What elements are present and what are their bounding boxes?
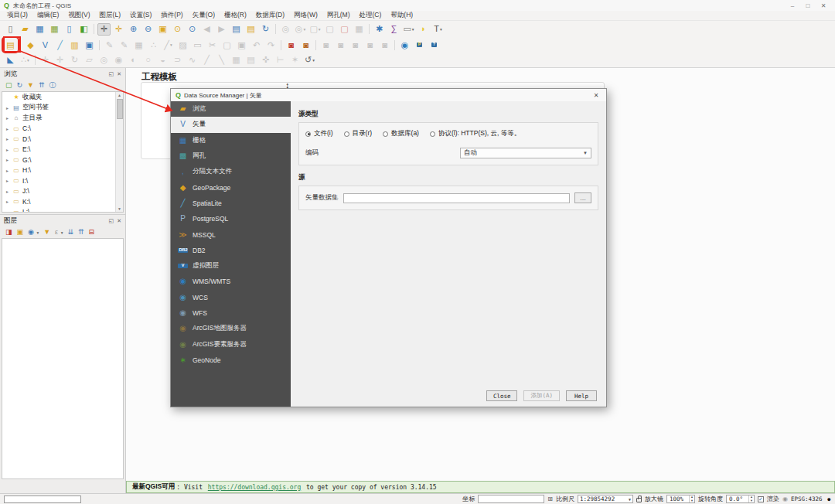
dialog-tab-spatialite[interactable]: ╱ SpatiaLite (171, 196, 291, 211)
filter-browser-button[interactable]: ▼ (27, 81, 34, 89)
radio-protocol[interactable]: 协议(l): HTTP(S), 云, 等等。 (430, 129, 520, 138)
new-project-button[interactable]: ▯ (4, 23, 17, 36)
delete-part-button[interactable]: ◒ (156, 54, 169, 66)
pan-map-button[interactable]: ✛ (97, 23, 111, 36)
merge-attributes-button[interactable]: ▤ (244, 54, 257, 66)
scroll-down-icon[interactable]: ▼ (118, 206, 121, 212)
browser-tree-item[interactable]: ★ 收藏夹 (2, 92, 114, 103)
map-tips-button[interactable]: ◗ (417, 23, 430, 36)
dialog-tab-db2[interactable]: DB2 DB2 (171, 243, 291, 258)
dialog-tab-raster[interactable]: ▦ 栅格 (171, 133, 291, 148)
new-spatial-bookmark-button[interactable]: ▤ (230, 23, 243, 36)
menu-item[interactable]: 图层(L) (95, 11, 125, 20)
expand-arrow-icon[interactable]: ▸ (5, 105, 10, 111)
select-features-button[interactable]: ▢ ▾ (308, 23, 322, 36)
redo-button[interactable]: ↷ (264, 39, 278, 51)
expand-all-button[interactable]: ⇊ (67, 228, 73, 236)
zoom-next-button[interactable]: ▶ (215, 23, 228, 36)
zoom-full-button[interactable]: ▣ (156, 23, 169, 36)
toggle-editing-button[interactable]: ✎ (118, 39, 131, 51)
new-virtual-layer-button[interactable]: ▣ (83, 39, 96, 51)
browser-scrollbar[interactable]: ▲ ▼ (115, 92, 123, 212)
osm-place-search-button[interactable]: ◉ (398, 39, 411, 51)
filter-by-expression-button[interactable]: ε ▾ (55, 228, 63, 236)
undo-button[interactable]: ↶ (250, 39, 263, 51)
merge-selected-features-button[interactable]: ▦ (230, 54, 243, 66)
dialog-title-bar[interactable]: Q Data Source Manager | 矢量 ✕ (171, 89, 606, 101)
zoom-last-button[interactable]: ◀ (200, 23, 213, 36)
dialog-tab-vector[interactable]: V 矢量 (171, 117, 291, 132)
menu-item[interactable]: 视图(V) (63, 11, 94, 20)
menu-item[interactable]: 编辑(E) (32, 11, 63, 20)
menu-item[interactable]: 插件(P) (156, 11, 187, 20)
browser-tree-item[interactable]: ▸ ▭ C:\ (2, 124, 114, 135)
browser-tree-item[interactable]: ▸ ▭ E:\ (2, 145, 114, 155)
render-checkbox[interactable]: ✓ (758, 496, 764, 502)
browser-tree-item[interactable]: ▸ ⌂ 主目录 (2, 113, 114, 124)
coordinate-input[interactable] (478, 495, 544, 503)
modify-attributes-button[interactable]: ▨ (176, 39, 189, 51)
scroll-thumb[interactable] (117, 99, 123, 119)
copy-and-move-feature-button[interactable]: ✛ (53, 54, 66, 66)
vector-dataset-input[interactable] (343, 193, 571, 203)
save-project-as-button[interactable]: ▦ (48, 23, 61, 36)
layer-diagram-options-button[interactable]: ◙ (299, 39, 312, 51)
browser-tree-item[interactable]: ▸ ▭ K:\ (2, 196, 114, 207)
vertex-tool-all-layers-button[interactable]: ✜ (259, 54, 272, 66)
spinner-arrows-icon[interactable]: ▲▼ (748, 495, 754, 502)
zoom-in-button[interactable]: ⊕ (127, 23, 140, 36)
crs-status[interactable]: EPSG:4326 (791, 495, 823, 502)
deselect-all-layers-button[interactable]: ▢ (338, 23, 351, 36)
browser-tree-item[interactable]: ▸ ▭ G:\ (2, 155, 114, 165)
locator-search-input[interactable] (4, 495, 81, 503)
dialog-tab-wcs[interactable]: ◉ WCS (171, 290, 291, 305)
menu-item[interactable]: 矢量(O) (188, 11, 220, 20)
open-attribute-table-button[interactable]: ▦ (353, 23, 366, 36)
dialog-tab-geopackage[interactable]: ◆ GeoPackage (171, 179, 291, 195)
expand-arrow-icon[interactable]: ▸ (5, 115, 10, 121)
panel-close-icon[interactable]: ✕ (117, 218, 121, 224)
layers-list-empty[interactable] (2, 238, 124, 479)
browser-tree-item[interactable]: ▸ ▭ I:\ (2, 175, 114, 186)
simplify-feature-button[interactable]: ▱ (83, 54, 96, 66)
browse-button[interactable]: … (574, 192, 591, 203)
browser-tree-item[interactable]: ▸ ▭ D:\ (2, 134, 114, 145)
dialog-tab-browser[interactable]: ▰ 浏览 (171, 101, 291, 117)
expand-arrow-icon[interactable]: ▸ (5, 136, 10, 141)
split-features-button[interactable]: ╲ (215, 54, 228, 66)
menu-item[interactable]: 栅格(R) (220, 11, 251, 20)
dialog-tab-delimited-text[interactable]: , 分隔文本文件 (171, 164, 291, 179)
help-button[interactable]: Help (566, 390, 597, 401)
expand-arrow-icon[interactable]: ▸ (5, 157, 10, 162)
dialog-tab-postgresql[interactable]: P PostgreSQL (171, 211, 291, 226)
expand-arrow-icon[interactable]: ▸ (5, 199, 10, 204)
panel-float-icon[interactable]: ◱ (109, 218, 114, 224)
expand-arrow-icon[interactable]: ▸ (5, 209, 10, 213)
select-by-expression-button[interactable]: ▢ (323, 23, 336, 36)
browser-tree-item[interactable]: ▸ ▭ J:\ (2, 186, 114, 197)
zoom-to-layer-button[interactable]: ⊙ (186, 23, 199, 36)
identify-features-button[interactable]: ◎ (279, 23, 292, 36)
dialog-tab-arcgis-map-server[interactable]: ◉ ArcGIS地图服务器 (171, 321, 291, 336)
rotate-feature-button[interactable]: ↻ (68, 54, 81, 66)
close-button[interactable]: ✕ (816, 2, 831, 9)
add-selected-layers-button[interactable]: ▢ (5, 81, 12, 89)
rotation-spinner[interactable]: 0.0° ▲▼ (726, 495, 755, 503)
menu-item[interactable]: 处理(C) (355, 11, 387, 20)
cad-tools-button[interactable]: ◣ (4, 54, 17, 66)
text-annotation-button[interactable]: T ▾ (431, 23, 445, 36)
move-label-button[interactable]: ◙ (363, 39, 377, 51)
add-ring-button[interactable]: ◎ (97, 54, 111, 66)
refresh-map-button[interactable]: ↻ (259, 23, 272, 36)
rotate-point-symbols-button[interactable]: ✶ (288, 54, 302, 66)
download-link[interactable]: https://download.qgis.org (208, 484, 301, 491)
add-feature-button[interactable]: ∴ (147, 39, 160, 51)
add-part-button[interactable]: ◉ (112, 54, 125, 66)
layer-labeling-options-button[interactable]: ◙ (285, 39, 298, 51)
dialog-tab-wfs[interactable]: ◉ WFS (171, 305, 291, 321)
dialog-tab-mssql[interactable]: ≫ MSSQL (171, 226, 291, 242)
menu-item[interactable]: 网孔(M) (322, 11, 355, 20)
radio-database[interactable]: 数据库(a) (383, 129, 419, 138)
pin-unpin-labels-button[interactable]: ◙ (334, 39, 347, 51)
minimize-button[interactable]: – (785, 2, 800, 9)
